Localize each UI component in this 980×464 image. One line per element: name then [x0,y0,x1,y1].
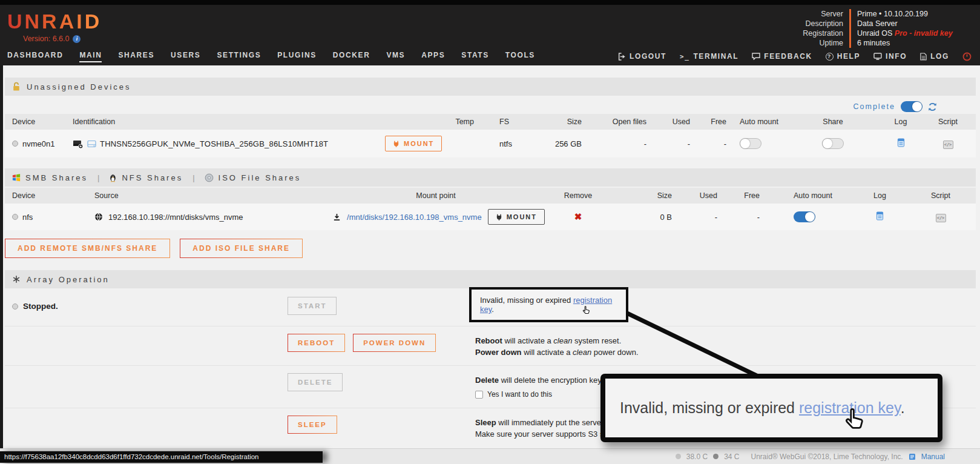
log-file-icon[interactable] [876,211,884,220]
fs-cell: ntfs [474,139,534,148]
nav-stats[interactable]: STATS [461,51,489,62]
registration-note-prefix: Invalid, missing or expired [480,296,573,305]
share-toggle[interactable] [822,138,844,149]
nav-tools[interactable]: TOOLS [505,51,535,62]
nav-plugins[interactable]: PLUGINS [277,51,317,62]
nav-settings[interactable]: SETTINGS [217,51,261,62]
info-button[interactable]: INFO [873,52,907,61]
add-remote-smb-nfs-share-button[interactable]: ADD REMOTE SMB/NFS SHARE [5,239,170,258]
tab-smb-shares[interactable]: SMB Shares [12,173,88,182]
tab-iso-file-shares[interactable]: ISO File Shares [205,173,301,182]
hand-cursor-icon [582,305,591,315]
log-file-icon[interactable] [897,138,905,147]
share-mount-button[interactable]: MOUNT [488,209,545,225]
footer-temp-1: 38.0 C [686,452,708,461]
monitor-icon [873,53,882,60]
col-log: Log [838,191,921,200]
sleep-button-cell: SLEEP [288,416,475,434]
reboot-note-mid: will activate a [502,336,554,345]
tab-nfs-shares[interactable]: NFS Shares [109,173,183,182]
reboot-button[interactable]: REBOOT [288,334,345,352]
log-doc-icon [920,53,927,61]
nav-docker[interactable]: DOCKER [333,51,370,62]
download-icon [333,213,341,221]
terminal-button[interactable]: >_ TERMINAL [680,52,738,61]
nav-shares[interactable]: SHARES [118,51,154,62]
reboot-note-em: clean [553,336,572,345]
start-button[interactable]: START [288,297,337,315]
toggle-knob [912,102,922,111]
uptime-value: 6 minutes [849,38,970,48]
delete-confirm-label: Yes I want to do this [487,389,552,400]
spacer [5,416,288,420]
used-cell: - [672,213,717,222]
col-source: Source [73,191,327,200]
help-button[interactable]: ? HELP [826,52,860,61]
auto-mount-toggle[interactable] [740,138,761,149]
script-cell: </> [921,212,960,222]
feedback-button[interactable]: FEEDBACK [752,52,812,61]
version-info-icon[interactable]: i [73,35,81,43]
col-script: Script [921,191,960,200]
manual-link[interactable]: Manual [921,452,945,461]
complete-toggle[interactable] [901,101,922,112]
feedback-icon [752,53,760,60]
script-icon[interactable]: </> [936,214,946,222]
registration-callout: Invalid, missing or expired registration… [600,374,942,442]
array-operation-title: Array Operation [27,275,110,284]
refresh-icon[interactable] [928,102,937,111]
section-array-operation: Array Operation [5,270,976,288]
section-unassigned-devices: Unassigned Devices [5,78,976,96]
nav-users[interactable]: USERS [171,51,200,62]
auto-mount-cell [760,211,838,222]
shares-table-header: Device Source Mount point Remove Size Us… [5,188,976,204]
identification-cell: THNSN5256GPUK_NVMe_TOSHIBA_256GB_86LS10M… [73,139,385,149]
share-device-name[interactable]: nfs [22,213,33,222]
mount-point-link[interactable]: /mnt/disks/192.168.10.198_vms_nvme [347,213,482,222]
mount-cell: MOUNT [385,136,439,151]
nav-apps[interactable]: APPS [421,51,445,62]
tab-separator: | [97,173,99,182]
mount-button[interactable]: MOUNT [385,136,442,151]
device-status-icon [12,214,18,220]
terminal-icon: >_ [680,53,689,61]
add-iso-file-share-button[interactable]: ADD ISO FILE SHARE [180,239,303,258]
complete-label[interactable]: Complete [853,102,896,111]
delete-confirm-checkbox[interactable] [475,391,483,399]
registration-invalid-key: Pro - invalid key [895,29,953,38]
script-icon[interactable]: </> [943,141,953,149]
tab-separator: | [192,173,194,182]
delete-button[interactable]: DELETE [288,373,343,391]
uptime-label: Uptime [795,38,849,48]
remove-cell: ✖ [545,211,611,222]
help-icon: ? [826,53,834,61]
sleep-button[interactable]: SLEEP [288,416,337,434]
auto-mount-toggle[interactable] [794,211,815,222]
device-identification[interactable]: THNSN5256GPUK_NVMe_TOSHIBA_256GB_86LS10M… [100,139,328,148]
registration-label: Registration [795,28,849,38]
remove-icon[interactable]: ✖ [574,211,582,222]
nav-vms[interactable]: VMS [386,51,405,62]
power-down-button[interactable]: POWER DOWN [353,334,436,352]
statusbar-url: https://f75638aa12fb340c8dcdd63d6f1ffd73… [0,451,323,463]
callout-suffix: . [901,399,905,416]
nav-main[interactable]: MAIN [79,51,102,62]
main-navbar: DASHBOARD MAIN SHARES USERS SETTINGS PLU… [0,48,980,65]
col-used: Used [646,118,690,126]
header: UNRAID Version: 6.6.0 i Server Prime • 1… [0,5,980,48]
iso-file-shares-label: ISO File Shares [219,173,301,182]
col-temp: Temp [439,118,474,126]
device-name[interactable]: nvme0n1 [22,139,54,148]
brand-block: UNRAID Version: 6.6.0 i [7,5,102,48]
col-mount-point: Mount point [327,191,545,200]
nav-dashboard[interactable]: DASHBOARD [7,51,63,62]
log-button[interactable]: LOG [920,52,949,61]
disc-icon [205,173,214,182]
footer-temp-2: 34 C [724,452,739,461]
logout-button[interactable]: LOGOUT [618,52,666,61]
windows-icon [12,173,21,182]
description-label: Description [795,19,849,28]
power-alert-button[interactable] [962,52,972,61]
array-row-reboot: REBOOT POWER DOWN Reboot will activate a… [5,326,976,365]
temp-dot-icon [713,454,719,459]
